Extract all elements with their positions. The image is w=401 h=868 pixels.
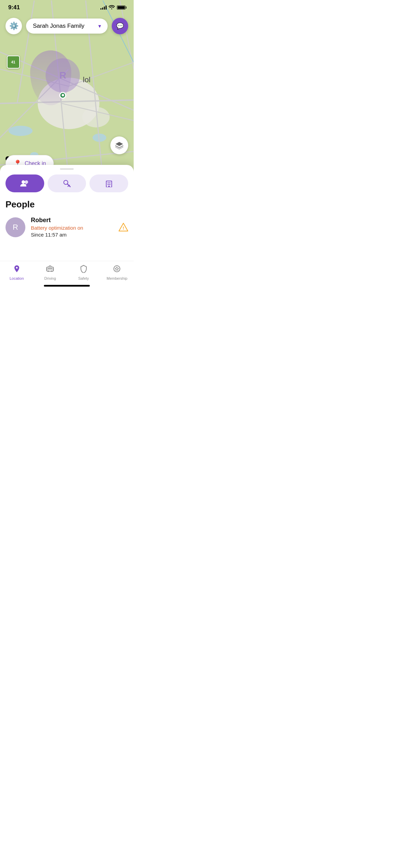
- wifi-icon: [109, 5, 115, 10]
- family-selector[interactable]: Sarah Jonas Family ▾: [26, 19, 108, 34]
- road-sign: 41: [7, 56, 20, 69]
- driving-nav-icon: [46, 265, 54, 275]
- svg-point-1: [9, 126, 33, 136]
- nav-label-safety: Safety: [78, 276, 89, 280]
- warning-icon: !: [119, 222, 128, 232]
- svg-point-20: [22, 180, 25, 184]
- map-container: R lol 41 ⚙️ Sarah Jonas Family ▾: [0, 0, 134, 179]
- membership-nav-icon: [113, 265, 121, 275]
- safety-nav-icon: [80, 265, 88, 275]
- nav-item-location[interactable]: Location: [0, 265, 34, 280]
- nav-label-membership: Membership: [107, 276, 127, 280]
- layers-button[interactable]: [110, 136, 128, 154]
- svg-line-24: [68, 186, 69, 186]
- status-icons: [100, 5, 125, 10]
- avatar-letter: R: [13, 223, 18, 232]
- status-time: 9:41: [8, 4, 20, 11]
- chevron-down-icon: ▾: [98, 23, 101, 29]
- svg-point-33: [16, 267, 17, 269]
- person-status: Battery optimization on: [31, 225, 113, 231]
- svg-rect-31: [108, 186, 110, 187]
- section-title: People: [0, 194, 134, 213]
- city-label: lol: [83, 75, 90, 84]
- layers-icon: [115, 141, 124, 150]
- signal-bars-icon: [100, 5, 107, 10]
- tab-people[interactable]: [5, 174, 44, 192]
- chat-icon: 💬: [116, 22, 124, 30]
- nav-item-driving[interactable]: Driving: [34, 265, 67, 280]
- nav-item-safety[interactable]: Safety: [67, 265, 100, 280]
- svg-line-25: [69, 185, 70, 186]
- user-marker: R: [46, 58, 80, 93]
- building-icon: [105, 180, 113, 187]
- family-name: Sarah Jonas Family: [33, 23, 84, 29]
- nav-label-driving: Driving: [44, 276, 56, 280]
- settings-button[interactable]: ⚙️: [5, 18, 22, 34]
- person-row: R Robert Battery optimization on Since 1…: [0, 213, 134, 242]
- person-since: Since 11:57 am: [31, 232, 113, 238]
- tab-places[interactable]: [89, 174, 128, 192]
- keys-icon: [63, 180, 71, 187]
- map-background: R lol 41 ⚙️ Sarah Jonas Family ▾: [0, 0, 134, 179]
- map-header: ⚙️ Sarah Jonas Family ▾ 💬: [0, 15, 134, 37]
- svg-rect-28: [109, 182, 110, 183]
- person-info: Robert Battery optimization on Since 11:…: [31, 217, 113, 238]
- chat-button[interactable]: 💬: [112, 18, 128, 34]
- status-bar: 9:41: [0, 0, 134, 15]
- home-indicator: [44, 285, 90, 287]
- location-pin: [59, 92, 66, 99]
- gear-icon: ⚙️: [9, 22, 19, 31]
- svg-point-21: [25, 180, 28, 184]
- person-name: Robert: [31, 217, 113, 224]
- svg-rect-27: [108, 182, 109, 183]
- nav-label-location: Location: [10, 276, 24, 280]
- svg-rect-29: [108, 184, 109, 185]
- nav-item-membership[interactable]: Membership: [100, 265, 134, 280]
- battery-icon: [117, 5, 125, 10]
- location-nav-icon: [13, 265, 21, 275]
- svg-text:!: !: [123, 226, 124, 231]
- person-avatar: R: [5, 217, 25, 237]
- svg-rect-30: [109, 184, 110, 185]
- people-icon: [20, 180, 29, 187]
- svg-point-35: [48, 270, 49, 272]
- tab-keys[interactable]: [48, 174, 86, 192]
- svg-point-36: [51, 270, 52, 272]
- tab-row: [0, 170, 134, 194]
